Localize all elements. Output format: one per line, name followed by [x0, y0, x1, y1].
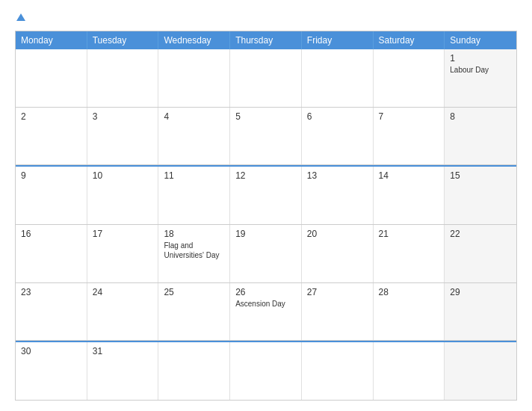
calendar-cell: 10	[87, 167, 159, 224]
calendar-cell: 18Flag and Universities' Day	[158, 225, 230, 282]
cell-day-number: 3	[93, 111, 153, 122]
calendar-cell: 6	[302, 108, 374, 165]
cell-day-number: 8	[450, 111, 511, 122]
calendar-cell: 30	[16, 342, 87, 400]
calendar-cell: 29	[445, 283, 516, 341]
cell-day-number: 2	[21, 111, 81, 122]
calendar-cell: 12	[230, 167, 302, 224]
cell-day-number: 17	[93, 229, 153, 239]
logo-triangle-icon	[16, 13, 25, 21]
calendar-cell: 16	[16, 225, 87, 282]
calendar-cell: 7	[374, 108, 445, 165]
week-row-2: 2345678	[16, 108, 516, 166]
logo-blue-text	[15, 13, 25, 22]
calendar-cell: 20	[302, 225, 374, 282]
cell-day-number: 1	[450, 53, 511, 64]
calendar-cell: 14	[374, 167, 445, 224]
cell-day-number: 26	[235, 287, 296, 297]
cell-event-label: Ascension Day	[235, 300, 285, 308]
week-row-6: 3031	[16, 341, 516, 400]
cell-day-number: 21	[379, 229, 439, 239]
day-header-thursday: Thursday	[230, 31, 302, 49]
cell-day-number: 9	[21, 170, 81, 181]
cell-day-number: 13	[307, 170, 368, 181]
calendar-cell	[87, 49, 159, 107]
calendar-cell: 2	[16, 108, 87, 165]
cell-day-number: 28	[379, 287, 439, 297]
day-headers-row: MondayTuesdayWednesdayThursdayFridaySatu…	[16, 31, 516, 49]
calendar-cell: 23	[16, 283, 87, 341]
cell-day-number: 19	[235, 229, 296, 239]
cell-day-number: 7	[379, 111, 439, 122]
week-row-3: 9101112131415	[16, 165, 516, 225]
cell-day-number: 22	[450, 229, 511, 239]
calendar-cell: 13	[302, 167, 374, 224]
calendar-cell	[302, 49, 374, 107]
calendar-cell: 4	[158, 108, 230, 165]
cell-day-number: 4	[164, 111, 224, 122]
cell-day-number: 30	[21, 346, 81, 356]
logo	[15, 13, 25, 22]
cell-day-number: 27	[307, 287, 368, 297]
cell-day-number: 31	[93, 346, 153, 356]
calendar-cell	[445, 342, 516, 400]
calendar-cell: 5	[230, 108, 302, 165]
day-header-tuesday: Tuesday	[87, 31, 159, 49]
calendar-cell: 9	[16, 167, 87, 224]
day-header-friday: Friday	[302, 31, 374, 49]
week-row-4: 161718Flag and Universities' Day19202122	[16, 225, 516, 283]
calendar-cell: 26Ascension Day	[230, 283, 302, 341]
calendar-cell	[230, 49, 302, 107]
week-row-1: 1Labour Day	[16, 49, 516, 108]
calendar-cell: 31	[87, 342, 159, 400]
calendar-cell: 27	[302, 283, 374, 341]
cell-day-number: 29	[450, 287, 511, 297]
calendar-cell: 8	[445, 108, 516, 165]
calendar-cell: 19	[230, 225, 302, 282]
calendar-cell	[302, 342, 374, 400]
calendar-cell	[374, 342, 445, 400]
calendar-cell	[158, 342, 230, 400]
cell-day-number: 12	[235, 170, 296, 181]
weeks-container: 1Labour Day23456789101112131415161718Fla…	[16, 49, 516, 400]
week-row-5: 23242526Ascension Day272829	[16, 283, 516, 342]
day-header-wednesday: Wednesday	[158, 31, 230, 49]
cell-day-number: 25	[164, 287, 224, 297]
calendar-cell: 21	[374, 225, 445, 282]
day-header-sunday: Sunday	[445, 31, 516, 49]
cell-day-number: 6	[307, 111, 368, 122]
cell-day-number: 5	[235, 111, 296, 122]
calendar-grid: MondayTuesdayWednesdayThursdayFridaySatu…	[15, 31, 517, 401]
calendar-cell	[230, 342, 302, 400]
calendar-cell	[16, 49, 87, 107]
calendar-cell: 22	[445, 225, 516, 282]
calendar-cell	[374, 49, 445, 107]
cell-day-number: 16	[21, 229, 81, 239]
cell-day-number: 20	[307, 229, 368, 239]
calendar-cell: 15	[445, 167, 516, 224]
cell-event-label: Labour Day	[450, 66, 489, 74]
cell-day-number: 10	[93, 170, 153, 181]
calendar-page: MondayTuesdayWednesdayThursdayFridaySatu…	[0, 0, 532, 411]
calendar-cell: 17	[87, 225, 159, 282]
day-header-saturday: Saturday	[374, 31, 445, 49]
cell-day-number: 11	[164, 170, 224, 181]
cell-event-label: Flag and Universities' Day	[164, 241, 219, 259]
calendar-cell: 11	[158, 167, 230, 224]
cell-day-number: 23	[21, 287, 81, 297]
header	[15, 13, 517, 22]
calendar-cell: 3	[87, 108, 159, 165]
cell-day-number: 14	[379, 170, 439, 181]
calendar-cell: 1Labour Day	[445, 49, 516, 107]
cell-day-number: 24	[93, 287, 153, 297]
calendar-cell: 25	[158, 283, 230, 341]
calendar-cell	[158, 49, 230, 107]
cell-day-number: 15	[450, 170, 511, 181]
calendar-cell: 28	[374, 283, 445, 341]
day-header-monday: Monday	[16, 31, 87, 49]
cell-day-number: 18	[164, 229, 224, 239]
calendar-cell: 24	[87, 283, 159, 341]
